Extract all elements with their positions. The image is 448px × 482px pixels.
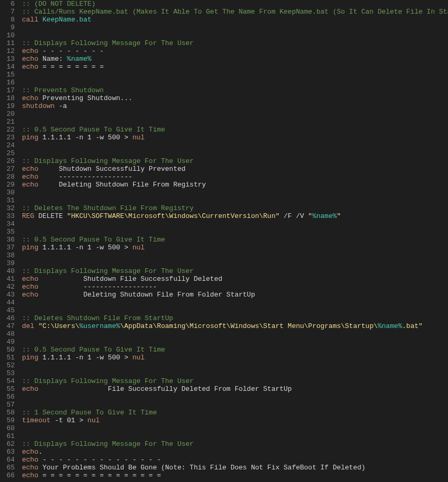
line-number: 60 xyxy=(3,424,15,432)
code-line[interactable] xyxy=(22,393,448,401)
token-cmd: shutdown xyxy=(22,102,54,110)
line-number: 22 xyxy=(3,126,15,134)
code-line[interactable]: echo Preventing Shutdown... xyxy=(22,94,448,102)
token-cmd: echo xyxy=(22,283,38,291)
code-line[interactable]: shutdown -a xyxy=(22,102,448,110)
code-line[interactable]: :: 0.5 Second Pause To Give It Time xyxy=(22,126,448,134)
token-cmd: REG xyxy=(22,212,34,220)
code-line[interactable] xyxy=(22,110,448,118)
line-number: 57 xyxy=(3,401,15,409)
token-plain: File Successfully Deleted From Folder St… xyxy=(38,385,292,393)
token-cmd: echo xyxy=(22,181,38,189)
code-line[interactable] xyxy=(22,31,448,39)
code-line[interactable] xyxy=(22,369,448,377)
line-number: 66 xyxy=(3,472,15,479)
code-line[interactable]: :: 1 Second Pause To Give It Time xyxy=(22,409,448,417)
code-line[interactable]: ping 1.1.1.1 -n 1 -w 500 > nul xyxy=(22,354,448,362)
code-line[interactable]: echo Deleting Shutdown File From Registr… xyxy=(22,181,448,189)
code-line[interactable] xyxy=(22,259,448,267)
token-plain: . xyxy=(38,448,42,456)
code-line[interactable]: timeout -t 01 > nul xyxy=(22,417,448,424)
code-line[interactable]: ping 1.1.1.1 -n 1 -w 500 > nul xyxy=(22,134,448,141)
code-line[interactable]: echo Deleting Shutdown File From Folder … xyxy=(22,291,448,299)
code-line[interactable]: :: Displays Following Message For The Us… xyxy=(22,39,448,47)
code-line[interactable]: echo File Successfully Deleted From Fold… xyxy=(22,385,448,393)
code-line[interactable]: echo ------------------ xyxy=(22,173,448,181)
code-line[interactable] xyxy=(22,79,448,86)
token-comment: :: Displays Following Message For The Us… xyxy=(22,267,194,275)
line-number: 35 xyxy=(3,228,15,236)
token-cmd: echo xyxy=(22,165,38,173)
code-line[interactable]: :: Deletes Shutdown File From StartUp xyxy=(22,314,448,322)
code-line[interactable]: echo - - - - - - - - xyxy=(22,47,448,55)
code-line[interactable] xyxy=(22,424,448,432)
token-plain: -a xyxy=(54,102,67,110)
code-line[interactable]: echo Shutdown Successfully Prevented xyxy=(22,165,448,173)
line-number: 11 xyxy=(3,39,15,47)
token-plain: Deleting Shutdown File From Folder Start… xyxy=(38,291,255,299)
line-number: 55 xyxy=(3,385,15,393)
token-plain: ------------------ xyxy=(38,283,157,291)
token-var: %name% xyxy=(378,322,402,330)
code-line[interactable] xyxy=(22,141,448,149)
code-line[interactable]: :: Displays Following Message For The Us… xyxy=(22,157,448,165)
line-number: 64 xyxy=(3,456,15,464)
code-line[interactable] xyxy=(22,401,448,409)
code-line[interactable] xyxy=(22,299,448,306)
line-number: 14 xyxy=(3,63,15,71)
code-line[interactable]: echo = = = = = = = = xyxy=(22,63,448,71)
code-line[interactable] xyxy=(22,24,448,31)
code-line[interactable]: echo - - - - - - - - - - - - - - - xyxy=(22,456,448,464)
token-plain: 1.1.1.1 -n 1 -w 500 xyxy=(38,354,124,362)
code-line[interactable] xyxy=(22,118,448,126)
code-line[interactable]: del "C:\Users\%username%\AppData\Roaming… xyxy=(22,322,448,330)
code-area[interactable]: :: (DO NOT DELETE):: Calls/Runs KeepName… xyxy=(20,0,448,482)
code-line[interactable] xyxy=(22,330,448,338)
code-line[interactable]: :: Prevents Shutdown xyxy=(22,86,448,94)
code-line[interactable]: call KeepName.bat xyxy=(22,16,448,24)
token-comment: :: 0.5 Second Pause To Give It Time xyxy=(22,346,165,354)
line-number: 47 xyxy=(3,322,15,330)
code-line[interactable] xyxy=(22,149,448,157)
code-line[interactable] xyxy=(22,228,448,236)
code-line[interactable]: :: Deletes The Shutdown File From Regist… xyxy=(22,204,448,212)
code-line[interactable]: :: Calls/Runs KeepName.bat (Makes It Abl… xyxy=(22,8,448,16)
code-line[interactable] xyxy=(22,338,448,346)
code-line[interactable] xyxy=(22,189,448,196)
token-cmd: echo xyxy=(22,456,38,464)
line-number: 56 xyxy=(3,393,15,401)
code-line[interactable]: :: 0.5 Second Pause To Give It Time xyxy=(22,346,448,354)
token-cmd: echo xyxy=(22,63,38,71)
code-line[interactable]: ping 1.1.1.1 -n 1 -w 500 > nul xyxy=(22,244,448,251)
code-line[interactable]: echo Shutdown File Successfully Deleted xyxy=(22,275,448,283)
code-line[interactable]: :: Displays Following Message For The Us… xyxy=(22,377,448,385)
code-line[interactable] xyxy=(22,71,448,79)
code-line[interactable]: echo ------------------ xyxy=(22,283,448,291)
code-line[interactable] xyxy=(22,432,448,440)
code-line[interactable] xyxy=(22,306,448,314)
code-line[interactable] xyxy=(22,220,448,228)
line-number: 12 xyxy=(3,47,15,55)
code-line[interactable]: echo = = = = = = = = = = = = = = = xyxy=(22,472,448,479)
line-number: 63 xyxy=(3,448,15,456)
code-editor[interactable]: 6789101112131415161718192021222324252627… xyxy=(0,0,448,482)
code-line[interactable]: REG DELETE "HKCU\SOFTWARE\Microsoft\Wind… xyxy=(22,212,448,220)
code-line[interactable]: :: Displays Following Message For The Us… xyxy=(22,440,448,448)
code-line[interactable]: :: Displays Following Message For The Us… xyxy=(22,267,448,275)
code-line[interactable]: echo Name: %name% xyxy=(22,55,448,63)
token-cmd: nul xyxy=(88,417,100,424)
code-line[interactable] xyxy=(22,196,448,204)
line-number: 53 xyxy=(3,369,15,377)
code-line[interactable]: echo Your Problems Should Be Gone (Note:… xyxy=(22,464,448,472)
token-plain: = = = = = = = = = = = = = = = xyxy=(38,472,161,479)
code-line[interactable]: :: 0.5 Second Pause To Give It Time xyxy=(22,236,448,244)
code-line[interactable] xyxy=(22,362,448,369)
token-cmd: nul xyxy=(133,134,145,141)
code-line[interactable]: :: (DO NOT DELETE) xyxy=(22,0,448,8)
token-cmd: ping xyxy=(22,244,38,251)
code-line[interactable]: echo. xyxy=(22,448,448,456)
code-line[interactable] xyxy=(22,251,448,259)
line-number: 24 xyxy=(3,141,15,149)
token-string: " xyxy=(308,212,312,220)
token-cmd: echo xyxy=(22,291,38,299)
